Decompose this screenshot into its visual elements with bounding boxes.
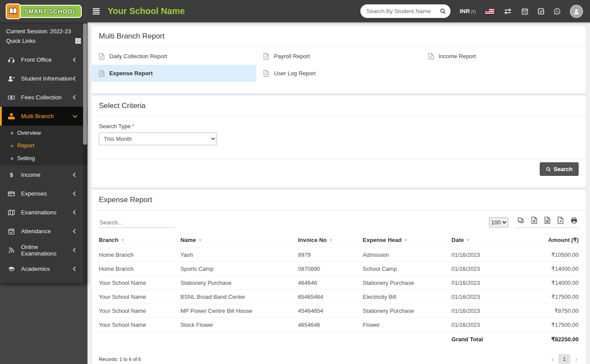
currency-selector[interactable]: INR(₹) [460,8,476,14]
pagination: ‹ 1 › [550,354,579,364]
search-icon[interactable] [440,8,446,14]
chevron-left-icon [73,57,82,62]
calendar-icon[interactable] [521,8,528,15]
calendar-check-icon [8,228,17,235]
report-link-user-log-report[interactable]: User Log Report [256,65,421,82]
sidebar-item-online-examinations[interactable]: Online Examinations [0,241,87,259]
table-cell: Electricity Bill [363,290,451,304]
column-header-date[interactable]: Date▼ [451,234,511,248]
quick-links[interactable]: Quick Links [6,36,81,47]
sidebar-item-label: Online Examinations [21,244,73,257]
sidebar-item-income[interactable]: $Income [0,165,87,184]
report-link-payroll-report[interactable]: Payroll Report [256,48,421,65]
sidebar-item-multi-branch[interactable]: Multi Branch [0,107,87,126]
column-header-invoice-no[interactable]: Invoice No▼ [298,234,363,248]
sidebar-item-label: Attendance [21,228,73,234]
sidebar-item-label: Examinations [21,209,73,216]
table-cell: BSNL Broad Band Center [180,290,298,304]
session-block: Current Session: 2022-23 Quick Links [0,22,87,50]
search-type-select[interactable]: This Month [99,133,217,145]
pagination-page-1[interactable]: 1 [559,354,570,364]
sidebar-item-student-information[interactable]: Student Information [0,69,87,88]
column-header-name[interactable]: Name▼ [180,234,298,248]
hamburger-icon[interactable] [93,8,100,14]
table-search-input[interactable] [99,217,176,228]
report-link-income-report[interactable]: Income Report [421,48,586,65]
language-flag-icon[interactable] [485,8,494,14]
table-row: Home BranchYash8979Admission01/16/2023₹1… [99,248,579,262]
headset-icon [8,56,17,63]
table-cell: ₹14000.00 [511,276,579,290]
sort-arrow-icon: ▼ [198,238,202,242]
pagination-prev[interactable]: ‹ [550,355,555,363]
table-cell: Stock Flower [180,318,298,332]
top-navbar: SMART SCHOOL Your School Name INR(₹) [0,0,590,22]
table-cell: Your School Name [99,290,180,304]
sidebar-subitem-setting[interactable]: »Setting [0,152,87,164]
report-link-label: Expense Report [109,70,153,77]
column-header-amount-[interactable]: Amount (₹) [511,234,579,248]
sidebar: Current Session: 2022-23 Quick Links Fro… [0,22,87,364]
grand-total-label: Grand Total [451,332,511,348]
table-cell: Flower [363,318,451,332]
sort-arrow-icon: ▼ [404,238,408,242]
task-check-icon[interactable] [538,8,545,15]
user-plus-icon [8,75,17,82]
main-area: Multi Branch Report Daily Collection Rep… [87,22,590,364]
sidebar-item-attendance[interactable]: Attendance [0,222,87,241]
chevron-left-icon [73,248,82,252]
sidebar-item-front-office[interactable]: Front Office [0,50,87,69]
swap-icon[interactable] [503,8,512,15]
table-cell: 8979 [298,248,363,262]
required-marker: * [132,123,134,130]
sidebar-item-examinations[interactable]: Examinations [0,203,87,222]
search-button[interactable]: Search [540,162,579,176]
chevron-down-icon [73,115,82,118]
multi-branch-report-title: Multi Branch Report [92,26,586,47]
sidebar-subitem-label: Setting [17,155,35,161]
report-link-expense-report[interactable]: Expense Report [92,65,256,82]
app-logo[interactable]: SMART SCHOOL [6,4,82,19]
sidebar-item-expenses[interactable]: Expenses [0,184,87,203]
graduation-cap-icon [8,266,17,273]
column-header-expense-head[interactable]: Expense Head▼ [363,234,451,248]
copy-icon[interactable] [517,217,524,224]
sidebar-subitem-report[interactable]: »Report [0,139,87,152]
column-header-branch[interactable]: Branch▼ [99,234,180,248]
table-cell: ₹10500.00 [511,248,579,262]
pdf-icon[interactable] [557,217,564,224]
dollar-icon: $ [8,172,17,178]
whatsapp-icon[interactable] [554,8,561,15]
sidebar-item-label: Income [21,172,73,178]
student-search-input[interactable] [362,8,440,14]
sidebar-scrollbar-thumb[interactable] [83,23,87,145]
sidebar-item-lesson-plan[interactable]: Lesson Plan [0,278,87,283]
table-cell: 01/16/2023 [451,304,511,318]
file-text-icon [263,53,269,60]
search-icon [546,167,551,172]
table-cell: Stationery Purchase [363,276,451,290]
angle-double-right-icon: » [10,142,14,149]
table-cell: 0870890 [298,262,363,276]
expense-report-table: Branch▼Name▼Invoice No▼Expense Head▼Date… [99,234,579,347]
table-cell: 01/16/2023 [451,290,511,304]
print-icon[interactable] [570,217,578,224]
table-cell: 01/16/2023 [451,276,511,290]
sidebar-item-fees-collection[interactable]: Fees Collection [0,88,87,107]
pagination-next[interactable]: › [574,355,579,363]
chevron-left-icon [73,95,82,100]
angle-double-right-icon: » [10,155,14,161]
table-row: Your School NameMP Power Centre Bill Hou… [99,304,579,318]
grid-icon[interactable] [75,38,81,44]
sidebar-item-label: Expenses [21,190,73,197]
table-cell: Stationery Purchase [363,304,451,318]
table-cell: Your School Name [99,276,180,290]
sidebar-item-academics[interactable]: Academics [0,259,87,278]
page-size-select[interactable]: 100 [489,217,508,228]
report-link-daily-collection-report[interactable]: Daily Collection Report [92,48,256,65]
sort-arrow-icon: ▼ [121,238,125,242]
excel-icon[interactable] [531,217,538,224]
csv-icon[interactable] [544,217,551,224]
sidebar-subitem-overview[interactable]: »Overview [0,126,87,139]
avatar[interactable] [570,5,583,18]
